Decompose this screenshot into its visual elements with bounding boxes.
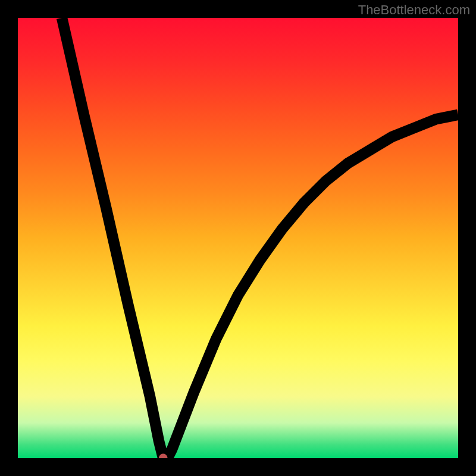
- chart-plot-area: [18, 18, 458, 458]
- chart-svg: [18, 18, 458, 458]
- watermark-label: TheBottleneck.com: [358, 2, 470, 18]
- bottleneck-curve: [62, 18, 458, 458]
